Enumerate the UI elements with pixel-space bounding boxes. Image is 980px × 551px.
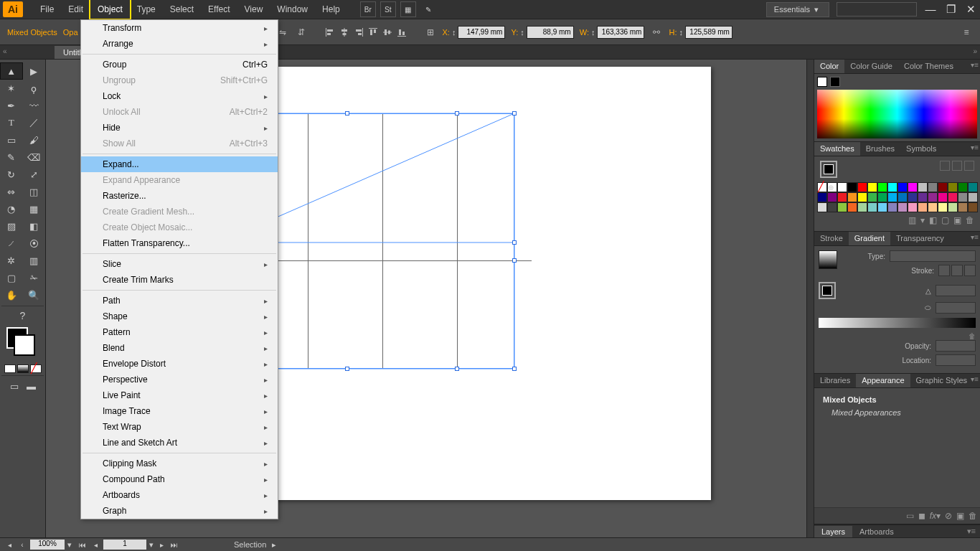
appearance-add-effect-icon[interactable]: fx▾: [930, 511, 941, 521]
swatch-item[interactable]: [827, 202, 837, 212]
menu-item-create-trim-marks[interactable]: Create Trim Marks: [81, 272, 278, 288]
swatch-item[interactable]: [958, 182, 968, 192]
direct-selection-tool[interactable]: ▶: [23, 62, 45, 80]
menu-item-image-trace[interactable]: Image Trace▸: [81, 403, 278, 419]
swatch-view-small-icon[interactable]: [952, 161, 962, 171]
panel-collapse-icon-right[interactable]: »: [973, 47, 977, 55]
menu-item-perspective[interactable]: Perspective▸: [81, 372, 278, 387]
gradient-angle-input[interactable]: [936, 285, 976, 296]
zoom-tool[interactable]: 🔍: [23, 286, 46, 303]
menu-item-hide[interactable]: Hide▸: [81, 120, 278, 136]
shape-builder-tool[interactable]: ◔: [0, 200, 23, 217]
graph-tool[interactable]: ▥: [23, 252, 46, 269]
zoom-out-step-button[interactable]: ‹: [17, 540, 27, 550]
gradient-type-select[interactable]: [890, 250, 976, 262]
selection-handle[interactable]: [512, 111, 517, 116]
swatch-item[interactable]: [928, 192, 938, 202]
swatch-item[interactable]: [928, 182, 938, 192]
menu-effect[interactable]: Effect: [201, 0, 237, 19]
selection-tool[interactable]: ▲: [0, 62, 23, 80]
color-spectrum[interactable]: [817, 90, 977, 138]
appearance-delete-icon[interactable]: 🗑: [969, 511, 977, 521]
menu-select[interactable]: Select: [163, 0, 201, 19]
align-bottom-button[interactable]: [395, 26, 408, 39]
color-mode-solid[interactable]: [4, 364, 16, 373]
eraser-tool[interactable]: ⌫: [23, 149, 46, 166]
symbol-sprayer-tool[interactable]: ✲: [0, 252, 23, 269]
minimize-button[interactable]: —: [924, 3, 937, 16]
tab-gradient[interactable]: Gradient: [849, 232, 890, 245]
close-button[interactable]: ✕: [964, 3, 977, 16]
selection-handle[interactable]: [512, 367, 517, 371]
swatch-new-group-icon[interactable]: ▢: [941, 215, 949, 225]
swatch-item[interactable]: [968, 202, 978, 212]
swatch-item[interactable]: [897, 192, 908, 202]
gradient-slider[interactable]: [819, 318, 976, 328]
tab-color[interactable]: Color: [814, 60, 844, 73]
menu-item-blend[interactable]: Blend▸: [81, 340, 278, 356]
swatch-item[interactable]: [877, 202, 887, 212]
swatch-item[interactable]: [918, 202, 928, 212]
swatch-item[interactable]: [918, 192, 928, 202]
slice-tool[interactable]: ✁: [23, 269, 46, 286]
screen-mode-normal[interactable]: ▭: [8, 380, 21, 392]
zoom-out-button[interactable]: ◂: [4, 540, 14, 550]
artboard-prev-button[interactable]: ◂: [90, 540, 100, 550]
swatch-item[interactable]: [958, 202, 968, 212]
swatch-item[interactable]: [837, 192, 847, 202]
swatch-item[interactable]: [847, 192, 857, 202]
gradient-tool[interactable]: ◧: [23, 217, 46, 235]
menu-item-pattern[interactable]: Pattern▸: [81, 324, 278, 340]
align-hcenter-button[interactable]: [338, 26, 351, 39]
eyedropper-tool[interactable]: ⟋: [0, 235, 23, 252]
workspace-switcher[interactable]: Essentials ▾: [766, 2, 829, 17]
tab-appearance[interactable]: Appearance: [856, 374, 910, 387]
menu-item-expand[interactable]: Expand...: [81, 156, 278, 172]
swatch-item[interactable]: [938, 192, 948, 202]
color-mode-gradient[interactable]: [17, 364, 29, 373]
panel-options-icon[interactable]: ▾≡: [971, 233, 979, 241]
menu-item-slice[interactable]: Slice▸: [81, 256, 278, 272]
swatch-item[interactable]: [908, 192, 918, 202]
swatch-item[interactable]: [897, 182, 908, 192]
opacity-link[interactable]: Opa: [63, 28, 78, 37]
swatch-item[interactable]: [948, 182, 958, 192]
appearance-add-fill-icon[interactable]: ◼: [918, 511, 925, 521]
panel-options-icon[interactable]: ▾≡: [963, 527, 980, 536]
x-input[interactable]: 147,99 mm: [458, 26, 505, 39]
swatch-item[interactable]: [887, 192, 897, 202]
menu-item-arrange[interactable]: Arrange▸: [81, 36, 278, 52]
selection-handle[interactable]: [512, 258, 517, 263]
swatch-item[interactable]: [877, 182, 887, 192]
swatch-item[interactable]: [857, 192, 867, 202]
menu-item-compound-path[interactable]: Compound Path▸: [81, 471, 278, 487]
tab-color-guide[interactable]: Color Guide: [844, 60, 898, 73]
width-tool[interactable]: ⇔: [0, 183, 23, 200]
fill-color[interactable]: [14, 334, 35, 356]
swatch-item[interactable]: [968, 192, 978, 202]
menu-item-rasterize[interactable]: Rasterize...: [81, 188, 278, 204]
artboard-first-button[interactable]: ⏮: [77, 540, 88, 550]
appearance-clear-icon[interactable]: ⊘: [945, 511, 952, 521]
panel-options-icon[interactable]: ▾≡: [971, 143, 979, 151]
artboard-nav-input[interactable]: 1: [103, 540, 146, 550]
scale-tool[interactable]: ⤢: [23, 166, 46, 183]
menu-edit[interactable]: Edit: [61, 0, 90, 19]
zoom-dropdown-icon[interactable]: ▾: [67, 540, 72, 550]
bridge-button[interactable]: Br: [360, 1, 376, 17]
gradient-location-input[interactable]: [936, 354, 976, 366]
gradient-delete-stop-icon[interactable]: 🗑: [969, 332, 976, 340]
paintbrush-tool[interactable]: 🖌: [23, 131, 46, 149]
swatch-delete-icon[interactable]: 🗑: [966, 215, 974, 225]
tab-graphic-styles[interactable]: Graphic Styles: [910, 374, 974, 387]
gradient-opacity-input[interactable]: [936, 340, 976, 352]
swatch-item[interactable]: [897, 202, 908, 212]
tab-stroke[interactable]: Stroke: [814, 232, 849, 245]
swatch-item[interactable]: [847, 182, 857, 192]
align-top-button[interactable]: [367, 26, 380, 39]
pencil-tool[interactable]: ✎: [0, 149, 23, 166]
menu-item-artboards[interactable]: Artboards▸: [81, 487, 278, 503]
menu-item-line-and-sketch-art[interactable]: Line and Sketch Art▸: [81, 435, 278, 451]
appearance-duplicate-icon[interactable]: ▣: [956, 511, 964, 521]
tab-transparency[interactable]: Transparency: [890, 232, 950, 245]
